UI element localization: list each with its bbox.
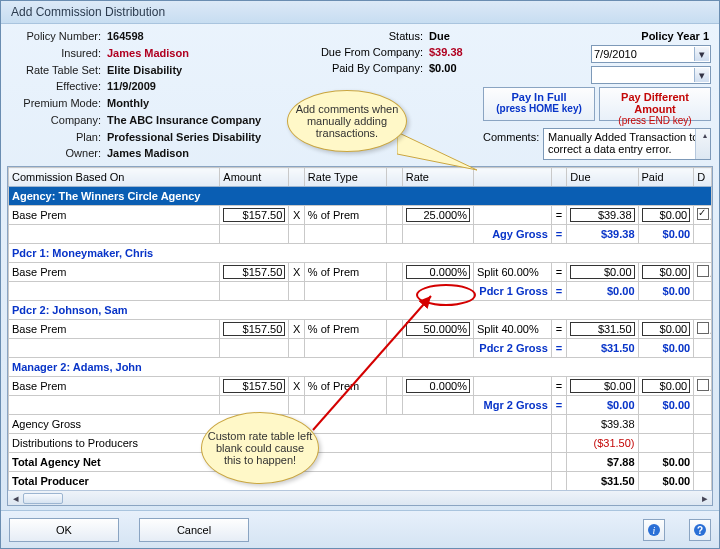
g4 [387, 225, 403, 244]
effective-label: Effective: [9, 80, 107, 93]
col-d[interactable]: D [694, 168, 712, 187]
teq [551, 434, 567, 453]
col-eq [551, 168, 567, 187]
cell-due[interactable]: $0.00 [567, 377, 638, 396]
g10 [694, 339, 712, 358]
gross-paid: $0.00 [638, 339, 694, 358]
callout-arrow-icon [301, 288, 451, 438]
commission-dialog: Add Commission Distribution Policy Numbe… [0, 0, 720, 549]
g1 [220, 225, 289, 244]
cell-d-checkbox[interactable] [694, 263, 712, 282]
comments-text: Manually Added Transaction to correct a … [548, 131, 698, 155]
total-paid [638, 415, 694, 434]
premium-mode-label: Premium Mode: [9, 97, 107, 110]
window-title: Add Commission Distribution [11, 5, 165, 19]
total-row: Total Producer$31.50$0.00 [9, 472, 712, 491]
cell-cbo[interactable]: Base Prem [9, 320, 220, 339]
total-paid: $0.00 [638, 472, 694, 491]
scroll-right-icon[interactable]: ▸ [697, 492, 712, 505]
cell-rate[interactable]: 0.000% [402, 263, 473, 282]
cell-paid[interactable]: $0.00 [638, 206, 694, 225]
teq [551, 472, 567, 491]
g10 [694, 396, 712, 415]
scroll-up-icon[interactable]: ▴ [703, 131, 707, 140]
cell-cbo[interactable]: Base Prem [9, 206, 220, 225]
cell-cbo[interactable]: Base Prem [9, 263, 220, 282]
cell-amount[interactable]: $157.50 [220, 206, 289, 225]
date-value: 7/9/2010 [594, 48, 637, 60]
chevron-down-icon[interactable]: ▾ [694, 68, 709, 82]
cell-d-checkbox[interactable] [694, 320, 712, 339]
cell-split [473, 206, 551, 225]
status-label: Status: [309, 30, 429, 42]
total-due: $31.50 [567, 472, 638, 491]
gross-label: Pdcr 1 Gross [473, 282, 551, 301]
col-due[interactable]: Due [567, 168, 638, 187]
cell-amount[interactable]: $157.50 [220, 320, 289, 339]
cell-due[interactable]: $39.38 [567, 206, 638, 225]
cell-amount[interactable]: $157.50 [220, 377, 289, 396]
secondary-dropdown[interactable]: ▾ [591, 66, 711, 84]
total-row: Total Agency Net$7.88$0.00 [9, 453, 712, 472]
cell-rate-type[interactable]: % of Prem [304, 206, 386, 225]
scroll-thumb[interactable] [23, 493, 63, 504]
gross-paid: $0.00 [638, 282, 694, 301]
comments-label: Comments: [483, 128, 543, 143]
cell-spacer [387, 263, 403, 282]
cell-paid[interactable]: $0.00 [638, 320, 694, 339]
help-question-icon[interactable]: ? [689, 519, 711, 541]
cell-due[interactable]: $31.50 [567, 320, 638, 339]
rate-table-label: Rate Table Set: [9, 64, 107, 77]
status-value: Due [429, 30, 479, 42]
cell-rate-type[interactable]: % of Prem [304, 263, 386, 282]
gross-eq: = [551, 396, 567, 415]
td [694, 472, 712, 491]
gross-label: Pdcr 2 Gross [473, 339, 551, 358]
table-row[interactable]: Base Prem$157.50X% of Prem25.000%=$39.38… [9, 206, 712, 225]
teq [551, 415, 567, 434]
cell-due[interactable]: $0.00 [567, 263, 638, 282]
chevron-down-icon[interactable]: ▾ [694, 47, 709, 61]
col-amount[interactable]: Amount [220, 168, 289, 187]
ok-button[interactable]: OK [9, 518, 119, 542]
scroll-left-icon[interactable]: ◂ [8, 492, 23, 505]
insured: James Madison [107, 47, 309, 60]
cancel-button[interactable]: Cancel [139, 518, 249, 542]
cell-rate[interactable]: 25.000% [402, 206, 473, 225]
cell-eq: = [551, 320, 567, 339]
g0 [9, 339, 220, 358]
cell-split: Split 40.00% [473, 320, 551, 339]
cell-d-checkbox[interactable] [694, 206, 712, 225]
help-info-icon[interactable]: i [643, 519, 665, 541]
col-commission-based-on[interactable]: Commission Based On [9, 168, 220, 187]
date-picker[interactable]: 7/9/2010 ▾ [591, 45, 711, 63]
gross-row: Agy Gross=$39.38$0.00 [9, 225, 712, 244]
cell-d-checkbox[interactable] [694, 377, 712, 396]
cell-eq: = [551, 263, 567, 282]
td [694, 434, 712, 453]
svg-text:?: ? [697, 525, 703, 536]
pay-different-button[interactable]: Pay Different Amount (press END key) [599, 87, 711, 121]
pay-in-full-button[interactable]: Pay In Full (press HOME key) [483, 87, 595, 121]
company: The ABC Insurance Company [107, 114, 309, 127]
svg-text:i: i [653, 525, 656, 536]
policy-number-label: Policy Number: [9, 30, 107, 43]
cell-paid[interactable]: $0.00 [638, 377, 694, 396]
col-paid[interactable]: Paid [638, 168, 694, 187]
teq [551, 453, 567, 472]
policy-year: Policy Year 1 [483, 30, 711, 42]
cell-cbo[interactable]: Base Prem [9, 377, 220, 396]
button-bar: OK Cancel i ? [1, 510, 719, 548]
cell-paid[interactable]: $0.00 [638, 263, 694, 282]
comments-textarea[interactable]: Manually Added Transaction to correct a … [543, 128, 711, 160]
col-rate-type[interactable]: Rate Type [304, 168, 386, 187]
horizontal-scrollbar[interactable]: ◂ ▸ [8, 490, 712, 505]
grid-header-row: Commission Based On Amount Rate Type Rat… [9, 168, 712, 187]
due-from: $39.38 [429, 46, 479, 58]
callout-blank-rate: Custom rate table left blank could cause… [201, 412, 319, 484]
gross-label: Agy Gross [473, 225, 551, 244]
titlebar: Add Commission Distribution [1, 1, 719, 24]
cell-amount[interactable]: $157.50 [220, 263, 289, 282]
table-row[interactable]: Base Prem$157.50X% of Prem0.000%Split 60… [9, 263, 712, 282]
section-header: Pdcr 1: Moneymaker, Chris [9, 244, 712, 263]
